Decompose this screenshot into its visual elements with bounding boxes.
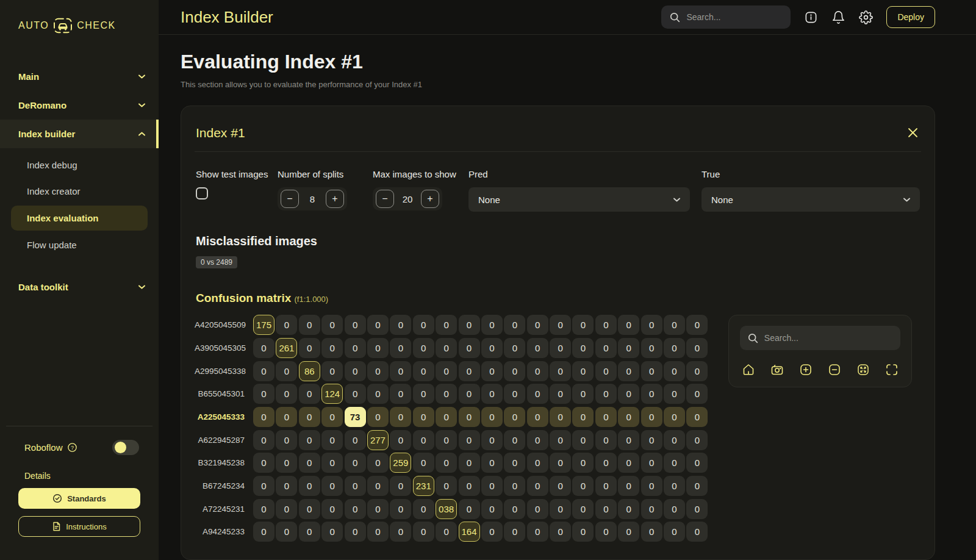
matrix-cell[interactable]: 0 [481,453,503,473]
matrix-cell[interactable]: 0 [321,407,343,427]
matrix-cell[interactable]: 0 [413,453,434,473]
matrix-cell[interactable]: 0 [595,453,617,473]
matrix-cell[interactable]: 0 [527,407,548,427]
matrix-cell[interactable]: 0 [436,476,457,496]
matrix-cell[interactable]: 0 [595,407,617,427]
matrix-cell[interactable]: 0 [572,407,594,427]
matrix-cell[interactable]: 231 [413,476,434,496]
matrix-cell[interactable]: 0 [459,476,480,496]
fullscreen-icon[interactable] [885,363,899,376]
matrix-cell[interactable]: 0 [276,522,297,542]
matrix-cell[interactable]: 0 [299,453,320,473]
matrix-cell[interactable]: 0 [618,453,639,473]
matrix-cell[interactable]: 0 [276,384,297,404]
matrix-cell[interactable]: 0 [390,476,411,496]
matrix-cell[interactable]: 0 [481,407,503,427]
matrix-cell[interactable]: 0 [459,384,480,404]
matrix-cell[interactable]: 0 [459,453,480,473]
matrix-cell[interactable]: 0 [686,407,708,427]
matrix-cell[interactable]: 0 [550,453,571,473]
matrix-cell[interactable]: 0 [641,361,662,381]
matrix-search-input[interactable] [764,333,892,343]
matrix-cell[interactable]: 0 [276,407,297,427]
matrix-cell[interactable]: 0 [481,384,503,404]
matrix-cell[interactable]: 0 [595,476,617,496]
matrix-cell[interactable]: 0 [276,361,297,381]
matrix-cell[interactable]: 0 [664,476,685,496]
matrix-cell[interactable]: 0 [367,315,389,335]
matrix-cell[interactable]: 0 [459,361,480,381]
matrix-cell[interactable]: 0 [527,499,548,519]
matrix-cell[interactable]: 0 [550,384,571,404]
matrix-cell[interactable]: 0 [618,384,639,404]
matrix-cell[interactable]: 0 [390,315,411,335]
matrix-cell[interactable]: 0 [595,315,617,335]
matrix-cell[interactable]: 0 [641,407,662,427]
matrix-cell[interactable]: 0 [367,453,389,473]
matrix-cell[interactable]: 0 [641,338,662,358]
matrix-cell[interactable]: 0 [664,315,685,335]
matrix-cell[interactable]: 0 [481,499,503,519]
matrix-cell[interactable]: 0 [550,522,571,542]
matrix-cell[interactable]: 0 [436,522,457,542]
matrix-cell[interactable]: 0 [345,499,366,519]
matrix-cell[interactable]: 0 [595,361,617,381]
matrix-cell[interactable]: 0 [345,522,366,542]
close-icon[interactable] [906,126,920,140]
matrix-cell[interactable]: 0 [572,499,594,519]
matrix-cell[interactable]: 0 [550,476,571,496]
matrix-cell[interactable]: 0 [572,522,594,542]
matrix-cell[interactable]: 175 [253,315,274,335]
matrix-cell[interactable]: 0 [572,361,594,381]
matrix-cell[interactable]: 0 [641,499,662,519]
matrix-cell[interactable]: 0 [413,315,434,335]
matrix-cell[interactable]: 0 [390,384,411,404]
matrix-cell[interactable]: 0 [527,522,548,542]
matrix-cell[interactable]: 0 [686,384,708,404]
matrix-cell[interactable]: 0 [641,430,662,450]
matrix-cell[interactable]: 0 [436,407,457,427]
matrix-cell[interactable]: 0 [550,430,571,450]
matrix-cell[interactable]: 0 [459,499,480,519]
sidebar-item-index-builder[interactable]: Index builder [0,120,159,148]
matrix-cell[interactable]: 0 [641,384,662,404]
matrix-cell[interactable]: 0 [345,384,366,404]
matrix-cell[interactable]: 0 [276,476,297,496]
matrix-cell[interactable]: 0 [664,407,685,427]
matrix-cell[interactable]: 0 [572,476,594,496]
matrix-cell[interactable]: 0 [664,338,685,358]
matrix-cell[interactable]: 0 [527,476,548,496]
matrix-cell[interactable]: 0 [504,499,525,519]
sidebar-item-data-toolkit[interactable]: Data toolkit [0,273,159,301]
matrix-cell[interactable]: 0 [527,430,548,450]
matrix-cell[interactable]: 0 [572,430,594,450]
roboflow-toggle[interactable] [112,440,139,455]
matrix-cell[interactable]: 0 [664,384,685,404]
matrix-cell[interactable]: 0 [299,522,320,542]
matrix-cell[interactable]: 0 [276,499,297,519]
matrix-cell[interactable]: 0 [572,453,594,473]
matrix-cell[interactable]: 0 [413,407,434,427]
true-select[interactable]: None [702,187,920,212]
matrix-cell[interactable]: 0 [413,522,434,542]
matrix-cell[interactable]: 0 [459,338,480,358]
home-icon[interactable] [742,363,755,376]
matrix-cell[interactable]: 0 [459,430,480,450]
matrix-cell[interactable]: 0 [367,476,389,496]
max-images-increment-button[interactable]: + [421,190,439,208]
matrix-cell[interactable]: 0 [481,522,503,542]
plus-square-icon[interactable] [799,363,813,376]
matrix-cell[interactable]: 0 [321,522,343,542]
matrix-cell[interactable]: 0 [413,430,434,450]
matrix-cell[interactable]: 0 [367,522,389,542]
matrix-cell[interactable]: 0 [686,476,708,496]
matrix-cell[interactable]: 0 [481,476,503,496]
matrix-cell[interactable]: 0 [299,499,320,519]
matrix-cell[interactable]: 0 [413,499,434,519]
matrix-cell[interactable]: 0 [299,407,320,427]
matrix-cell[interactable]: 0 [321,453,343,473]
info-button[interactable] [804,10,818,24]
minus-square-icon[interactable] [828,363,841,376]
matrix-cell[interactable]: 0 [345,430,366,450]
matrix-cell[interactable]: 0 [321,430,343,450]
